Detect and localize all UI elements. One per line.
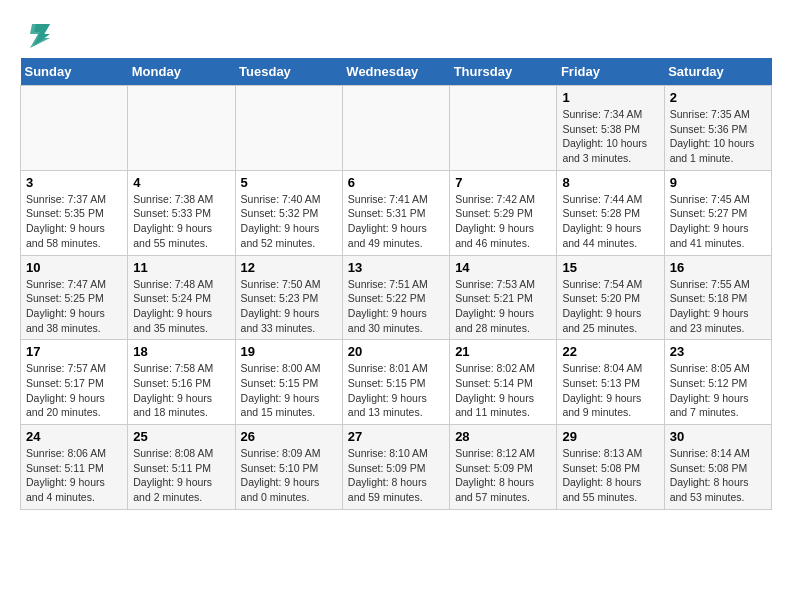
day-info: Sunrise: 8:13 AM Sunset: 5:08 PM Dayligh…	[562, 446, 658, 505]
calendar-cell: 24Sunrise: 8:06 AM Sunset: 5:11 PM Dayli…	[21, 425, 128, 510]
day-number: 14	[455, 260, 551, 275]
day-number: 29	[562, 429, 658, 444]
calendar-cell: 5Sunrise: 7:40 AM Sunset: 5:32 PM Daylig…	[235, 170, 342, 255]
day-info: Sunrise: 8:01 AM Sunset: 5:15 PM Dayligh…	[348, 361, 444, 420]
day-info: Sunrise: 7:48 AM Sunset: 5:24 PM Dayligh…	[133, 277, 229, 336]
calendar-cell	[21, 86, 128, 171]
day-info: Sunrise: 7:55 AM Sunset: 5:18 PM Dayligh…	[670, 277, 766, 336]
calendar-cell: 25Sunrise: 8:08 AM Sunset: 5:11 PM Dayli…	[128, 425, 235, 510]
calendar-cell: 27Sunrise: 8:10 AM Sunset: 5:09 PM Dayli…	[342, 425, 449, 510]
day-info: Sunrise: 8:14 AM Sunset: 5:08 PM Dayligh…	[670, 446, 766, 505]
day-info: Sunrise: 8:06 AM Sunset: 5:11 PM Dayligh…	[26, 446, 122, 505]
day-info: Sunrise: 8:05 AM Sunset: 5:12 PM Dayligh…	[670, 361, 766, 420]
calendar-cell	[342, 86, 449, 171]
calendar-cell: 26Sunrise: 8:09 AM Sunset: 5:10 PM Dayli…	[235, 425, 342, 510]
calendar-cell: 22Sunrise: 8:04 AM Sunset: 5:13 PM Dayli…	[557, 340, 664, 425]
logo-icon	[22, 20, 52, 48]
day-info: Sunrise: 7:53 AM Sunset: 5:21 PM Dayligh…	[455, 277, 551, 336]
weekday-header-tuesday: Tuesday	[235, 58, 342, 86]
day-number: 7	[455, 175, 551, 190]
day-info: Sunrise: 8:12 AM Sunset: 5:09 PM Dayligh…	[455, 446, 551, 505]
calendar-cell	[128, 86, 235, 171]
day-number: 26	[241, 429, 337, 444]
calendar-cell: 21Sunrise: 8:02 AM Sunset: 5:14 PM Dayli…	[450, 340, 557, 425]
calendar-cell: 28Sunrise: 8:12 AM Sunset: 5:09 PM Dayli…	[450, 425, 557, 510]
weekday-header-saturday: Saturday	[664, 58, 771, 86]
calendar-cell: 13Sunrise: 7:51 AM Sunset: 5:22 PM Dayli…	[342, 255, 449, 340]
day-number: 30	[670, 429, 766, 444]
page-header	[20, 20, 772, 48]
day-number: 17	[26, 344, 122, 359]
calendar-cell: 17Sunrise: 7:57 AM Sunset: 5:17 PM Dayli…	[21, 340, 128, 425]
day-number: 1	[562, 90, 658, 105]
day-info: Sunrise: 7:35 AM Sunset: 5:36 PM Dayligh…	[670, 107, 766, 166]
calendar-cell	[450, 86, 557, 171]
calendar-cell	[235, 86, 342, 171]
calendar-cell: 1Sunrise: 7:34 AM Sunset: 5:38 PM Daylig…	[557, 86, 664, 171]
day-number: 12	[241, 260, 337, 275]
calendar-cell: 7Sunrise: 7:42 AM Sunset: 5:29 PM Daylig…	[450, 170, 557, 255]
calendar-cell: 30Sunrise: 8:14 AM Sunset: 5:08 PM Dayli…	[664, 425, 771, 510]
day-info: Sunrise: 7:58 AM Sunset: 5:16 PM Dayligh…	[133, 361, 229, 420]
day-number: 21	[455, 344, 551, 359]
weekday-header-wednesday: Wednesday	[342, 58, 449, 86]
calendar-cell: 15Sunrise: 7:54 AM Sunset: 5:20 PM Dayli…	[557, 255, 664, 340]
day-info: Sunrise: 7:37 AM Sunset: 5:35 PM Dayligh…	[26, 192, 122, 251]
calendar-cell: 6Sunrise: 7:41 AM Sunset: 5:31 PM Daylig…	[342, 170, 449, 255]
day-number: 11	[133, 260, 229, 275]
day-number: 2	[670, 90, 766, 105]
day-number: 27	[348, 429, 444, 444]
day-number: 10	[26, 260, 122, 275]
day-number: 24	[26, 429, 122, 444]
weekday-header-friday: Friday	[557, 58, 664, 86]
day-info: Sunrise: 7:54 AM Sunset: 5:20 PM Dayligh…	[562, 277, 658, 336]
calendar-cell: 2Sunrise: 7:35 AM Sunset: 5:36 PM Daylig…	[664, 86, 771, 171]
day-number: 23	[670, 344, 766, 359]
day-number: 15	[562, 260, 658, 275]
calendar-cell: 12Sunrise: 7:50 AM Sunset: 5:23 PM Dayli…	[235, 255, 342, 340]
day-info: Sunrise: 7:38 AM Sunset: 5:33 PM Dayligh…	[133, 192, 229, 251]
calendar-table: SundayMondayTuesdayWednesdayThursdayFrid…	[20, 58, 772, 510]
day-info: Sunrise: 7:47 AM Sunset: 5:25 PM Dayligh…	[26, 277, 122, 336]
calendar-cell: 23Sunrise: 8:05 AM Sunset: 5:12 PM Dayli…	[664, 340, 771, 425]
logo	[20, 20, 52, 48]
day-number: 22	[562, 344, 658, 359]
weekday-header-thursday: Thursday	[450, 58, 557, 86]
calendar-cell: 20Sunrise: 8:01 AM Sunset: 5:15 PM Dayli…	[342, 340, 449, 425]
day-number: 20	[348, 344, 444, 359]
day-number: 13	[348, 260, 444, 275]
day-number: 8	[562, 175, 658, 190]
day-number: 28	[455, 429, 551, 444]
day-info: Sunrise: 7:42 AM Sunset: 5:29 PM Dayligh…	[455, 192, 551, 251]
day-number: 3	[26, 175, 122, 190]
calendar-cell: 18Sunrise: 7:58 AM Sunset: 5:16 PM Dayli…	[128, 340, 235, 425]
calendar-cell: 4Sunrise: 7:38 AM Sunset: 5:33 PM Daylig…	[128, 170, 235, 255]
day-info: Sunrise: 7:51 AM Sunset: 5:22 PM Dayligh…	[348, 277, 444, 336]
calendar-cell: 8Sunrise: 7:44 AM Sunset: 5:28 PM Daylig…	[557, 170, 664, 255]
day-number: 16	[670, 260, 766, 275]
day-info: Sunrise: 8:02 AM Sunset: 5:14 PM Dayligh…	[455, 361, 551, 420]
day-info: Sunrise: 8:09 AM Sunset: 5:10 PM Dayligh…	[241, 446, 337, 505]
weekday-header-monday: Monday	[128, 58, 235, 86]
day-info: Sunrise: 8:08 AM Sunset: 5:11 PM Dayligh…	[133, 446, 229, 505]
day-info: Sunrise: 7:50 AM Sunset: 5:23 PM Dayligh…	[241, 277, 337, 336]
svg-marker-1	[34, 24, 50, 46]
day-info: Sunrise: 7:41 AM Sunset: 5:31 PM Dayligh…	[348, 192, 444, 251]
calendar-cell: 14Sunrise: 7:53 AM Sunset: 5:21 PM Dayli…	[450, 255, 557, 340]
calendar-cell: 10Sunrise: 7:47 AM Sunset: 5:25 PM Dayli…	[21, 255, 128, 340]
day-number: 25	[133, 429, 229, 444]
calendar-cell: 9Sunrise: 7:45 AM Sunset: 5:27 PM Daylig…	[664, 170, 771, 255]
day-info: Sunrise: 7:34 AM Sunset: 5:38 PM Dayligh…	[562, 107, 658, 166]
calendar-cell: 29Sunrise: 8:13 AM Sunset: 5:08 PM Dayli…	[557, 425, 664, 510]
day-number: 6	[348, 175, 444, 190]
day-info: Sunrise: 7:44 AM Sunset: 5:28 PM Dayligh…	[562, 192, 658, 251]
calendar-cell: 16Sunrise: 7:55 AM Sunset: 5:18 PM Dayli…	[664, 255, 771, 340]
day-number: 5	[241, 175, 337, 190]
day-number: 4	[133, 175, 229, 190]
day-info: Sunrise: 7:57 AM Sunset: 5:17 PM Dayligh…	[26, 361, 122, 420]
day-number: 18	[133, 344, 229, 359]
weekday-header-sunday: Sunday	[21, 58, 128, 86]
day-info: Sunrise: 8:00 AM Sunset: 5:15 PM Dayligh…	[241, 361, 337, 420]
day-info: Sunrise: 7:45 AM Sunset: 5:27 PM Dayligh…	[670, 192, 766, 251]
day-number: 19	[241, 344, 337, 359]
